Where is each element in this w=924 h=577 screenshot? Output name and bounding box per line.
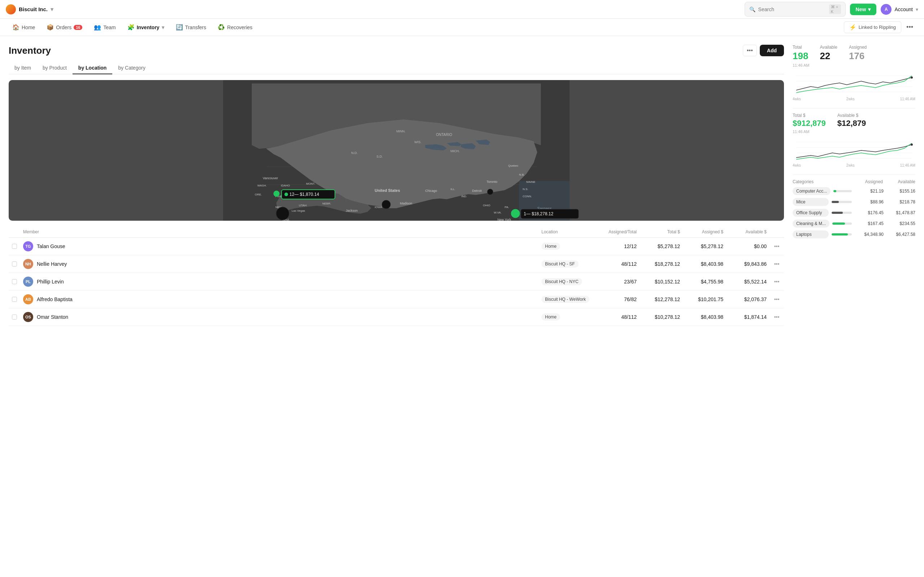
cat-badge-4: Cleaning & M... [793,220,829,227]
linked-rippling-button[interactable]: ⚡ Linked to Rippling [844,21,901,33]
stat-assigned-value: 176 [849,50,867,62]
nav-orders[interactable]: 📦 Orders 16 [42,22,87,33]
cat-badge-5: Laptops [793,230,829,239]
nav-home[interactable]: 🏠 Home [7,22,40,33]
svg-text:OKLA.: OKLA. [396,220,405,221]
tab-by-category[interactable]: by Category [112,62,151,74]
svg-text:12— $1,870.14: 12— $1,870.14 [289,192,319,197]
linked-rippling-label: Linked to Rippling [859,24,896,30]
page-more-button[interactable]: ••• [743,45,757,56]
stat-total-dollar-label: Total $ [793,113,826,118]
row-checkbox-4[interactable] [9,297,20,302]
nav-inventory[interactable]: 🧩 Inventory ▾ [122,22,169,33]
svg-text:MAINE: MAINE [526,180,535,184]
inventory-icon: 🧩 [128,24,135,31]
cat-header-name: Categories [793,179,850,184]
row-checkbox-5[interactable] [9,314,20,319]
svg-text:ONTARIO: ONTARIO [436,133,452,137]
navbar: 🏠 Home 📦 Orders 16 👥 Team 🧩 Inventory ▾ … [0,19,924,36]
nav-orders-label: Orders [56,24,71,30]
svg-text:1— $18,278.12: 1— $18,278.12 [524,211,553,216]
location-cell-4: Biscuit HQ - WeWork [538,296,596,303]
cat-badge-2: Mice [793,198,829,206]
rippling-icon: ⚡ [849,24,856,31]
chart-1-label-2wks: 2wks [846,97,855,101]
assigned-dollar-5: $8,403.98 [683,314,726,320]
svg-text:ILL.: ILL. [451,187,455,191]
stat-total: Total 198 [793,45,808,62]
row-checkbox-2[interactable] [9,261,20,266]
row-menu-2[interactable]: ••• [769,261,784,267]
new-button[interactable]: New ▾ [850,3,877,15]
stat-available-label: Available [820,45,837,50]
assigned-dollar-3: $4,755.98 [683,279,726,285]
svg-text:NEBR.: NEBR. [322,202,331,205]
add-button[interactable]: Add [760,45,784,56]
table-header: Member Location Assigned/Total Total $ A… [9,226,784,238]
svg-text:Madison: Madison [400,201,412,205]
svg-text:WASH.: WASH. [257,184,267,187]
assigned-total-3: 23/67 [596,279,640,285]
svg-text:Vancouver: Vancouver [263,176,278,180]
header-assigned-dollar: Assigned $ [683,229,726,234]
available-dollar-2: $9,843.86 [726,261,769,267]
tab-by-product[interactable]: by Product [37,62,73,74]
tab-by-item[interactable]: by Item [9,62,37,74]
available-dollar-1: $0.00 [726,243,769,249]
svg-text:KY.: KY. [429,220,433,221]
stat-assigned: Assigned 176 [849,45,867,62]
cat-bar-1 [834,190,836,192]
inventory-table: Member Location Assigned/Total Total $ A… [9,226,784,326]
stat-time-1: 11:46 AM [793,63,915,68]
orders-icon: 📦 [47,24,54,31]
row-menu-5[interactable]: ••• [769,314,784,320]
map-container[interactable]: Sargass Sea Vancouver WASH. ORE. Portlan… [9,80,784,221]
nav-home-label: Home [22,24,35,30]
row-menu-4[interactable]: ••• [769,297,784,302]
row-checkbox-3[interactable] [9,279,20,284]
tab-by-location[interactable]: by Location [73,62,113,74]
navbar-more-button[interactable]: ••• [903,21,917,33]
cat-badge-3: Office Supply [793,209,829,217]
cat-assigned-3: $176.45 [855,210,884,215]
row-menu-3[interactable]: ••• [769,279,784,285]
chart-1-labels: 4wks 2wks 11:46 AM [793,97,915,101]
cat-bar-5 [832,233,848,235]
table-row: NH Nellie Harvey Biscuit HQ - SF 48/112 … [9,255,784,273]
account-avatar: A [881,4,892,15]
assigned-dollar-4: $10,201.75 [683,297,726,302]
header-total-dollar: Total $ [640,229,683,234]
row-checkbox-1[interactable] [9,244,20,249]
recoveries-icon: ♻️ [218,24,225,31]
assigned-dollar-2: $8,403.98 [683,261,726,267]
svg-point-75 [382,200,391,209]
total-dollar-4: $12,278.12 [640,297,683,302]
svg-text:Toronto: Toronto [486,180,498,184]
svg-text:COLO.: COLO. [351,220,360,221]
search-input[interactable] [758,6,826,12]
stat-available-value: 22 [820,50,837,62]
chart-2-label-4wks: 4wks [793,163,801,167]
search-box[interactable]: 🔍 ⌘ + K [745,2,846,16]
cat-assigned-2: $88.96 [855,200,884,205]
nav-transfers[interactable]: 🔄 Transfers [171,22,212,33]
svg-text:W.VA.: W.VA. [494,211,502,214]
cat-available-1: $155.16 [887,189,915,193]
home-icon: 🏠 [12,24,19,31]
mini-chart-2 [793,137,915,162]
nav-recoveries[interactable]: ♻️ Recoveries [213,22,257,33]
header-member: Member [20,229,538,234]
account-button[interactable]: A Account ▾ [881,4,918,15]
cat-bar-4 [832,222,845,225]
location-cell-5: Home [538,313,596,321]
chart-1-label-4wks: 4wks [793,97,801,101]
nav-team[interactable]: 👥 Team [89,22,121,33]
svg-text:ORE.: ORE. [255,193,262,196]
row-menu-1[interactable]: ••• [769,243,784,249]
category-row: Computer Acc... $21.19 $155.16 [793,187,915,195]
cat-assigned-4: $167.45 [855,221,884,226]
company-logo[interactable]: Biscuit Inc. ▾ [6,4,53,15]
nav-transfers-label: Transfers [185,24,207,30]
svg-text:Detroit: Detroit [472,189,482,193]
member-name-2: Nellie Harvey [37,261,67,267]
